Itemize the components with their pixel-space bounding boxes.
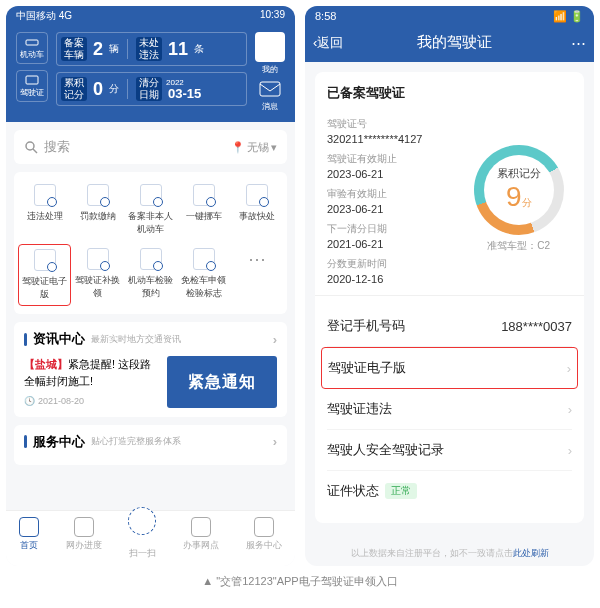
id-icon	[34, 249, 56, 271]
news-banner: 紧急通知	[167, 356, 277, 408]
status-time: 8:58	[315, 10, 336, 23]
right-phone: 8:58 📶 🔋 ‹ 返回 我的驾驶证 ⋯ 已备案驾驶证 驾驶证号 320211…	[305, 6, 594, 566]
mail-icon	[259, 81, 281, 99]
vehicle-class: 准驾车型：C2	[487, 239, 550, 253]
stat-plates[interactable]: 备案车辆 2 辆 未处违法 11 条	[56, 32, 247, 66]
svc-elicense[interactable]: 驾驶证电子版	[18, 244, 71, 306]
stat-score[interactable]: 累积记分 0 分 清分日期 202203-15	[56, 72, 247, 106]
svc-inspect[interactable]: 机动车检验预约	[124, 244, 177, 306]
refresh-link[interactable]: 此处刷新	[513, 548, 549, 558]
status-time: 10:39	[260, 9, 285, 23]
tab-scan[interactable]: 扫一扫	[128, 517, 156, 560]
nav-license-label: 驾驶证	[20, 87, 44, 98]
nav-bar: ‹ 返回 我的驾驶证 ⋯	[305, 27, 594, 62]
calendar-icon	[140, 248, 162, 270]
status-bar: 8:58 📶 🔋	[305, 6, 594, 27]
tab-bar: 首页 网办进度 扫一扫 办事网点 服务中心	[6, 510, 295, 566]
svg-line-4	[33, 149, 37, 153]
menu-button[interactable]: ⋯	[566, 34, 586, 52]
svg-point-3	[26, 142, 34, 150]
footnote: 以上数据来自注册平台，如不一致请点击此处刷新	[305, 547, 594, 560]
messages-button[interactable]: 消息	[255, 81, 285, 112]
crash-icon	[246, 184, 268, 206]
carrier-text: 中国移动 4G	[16, 9, 72, 23]
left-phone: 中国移动 4G 10:39 机动车 驾驶证 备案车辆 2 辆	[6, 6, 295, 566]
svc-accident[interactable]: 事故快处	[230, 180, 283, 240]
receipt-icon	[87, 184, 109, 206]
tab-home[interactable]: 首页	[19, 517, 39, 560]
row-phone[interactable]: 登记手机号码 188****0037	[327, 306, 572, 347]
row-status: 证件状态 正常	[327, 471, 572, 511]
chevron-right-icon: ›	[273, 332, 277, 347]
image-caption: ▲ "交管12123"APP电子驾驶证申领入口	[0, 566, 600, 597]
svg-rect-1	[26, 76, 38, 84]
chevron-right-icon: ›	[568, 443, 572, 458]
avatar-icon	[255, 32, 285, 62]
license-card: 已备案驾驶证 驾驶证号 320211********4127 驾驶证有效期止 2…	[315, 72, 584, 523]
row-violation[interactable]: 驾驶证违法›	[327, 389, 572, 430]
tab-branches[interactable]: 办事网点	[183, 517, 219, 560]
news-header[interactable]: 资讯中心 最新实时地方交通资讯 ›	[24, 330, 277, 348]
doc-icon	[34, 184, 56, 206]
page-title: 我的驾驶证	[343, 33, 566, 52]
card-title: 已备案驾驶证	[327, 84, 572, 102]
chevron-right-icon: ›	[568, 402, 572, 417]
nav-vehicle-label: 机动车	[20, 49, 44, 60]
news-item[interactable]: 【盐城】紧急提醒! 这段路全幅封闭施工! 🕓2021-08-20 紧急通知	[24, 356, 277, 409]
nav-license[interactable]: 驾驶证	[16, 70, 48, 102]
svc-replace[interactable]: 驾驶证补换领	[71, 244, 124, 306]
home-icon	[19, 517, 39, 537]
tap-icon	[193, 184, 215, 206]
license-icon	[25, 75, 39, 85]
svg-rect-2	[260, 82, 280, 96]
location-picker[interactable]: 📍无锡 ▾	[231, 140, 277, 155]
swap-icon	[87, 248, 109, 270]
profile-button[interactable]: 我的	[255, 32, 285, 75]
search-placeholder: 搜索	[44, 138, 70, 156]
badge-icon	[193, 248, 215, 270]
row-elicense[interactable]: 驾驶证电子版›	[321, 347, 578, 389]
status-bar: 中国移动 4G 10:39	[6, 6, 295, 26]
news-section: 资讯中心 最新实时地方交通资讯 › 【盐城】紧急提醒! 这段路全幅封闭施工! 🕓…	[14, 322, 287, 417]
scan-icon	[128, 507, 156, 535]
service-icon	[254, 517, 274, 537]
status-badge: 正常	[385, 483, 417, 499]
back-button[interactable]: ‹ 返回	[313, 34, 343, 52]
services-grid: 违法处理 罚款缴纳 备案非本人机动车 一键挪车 事故快处 驾驶证电子版 驾驶证补…	[14, 172, 287, 314]
search-icon	[24, 140, 38, 154]
service-section[interactable]: 服务中心 贴心打造完整服务体系 ›	[14, 425, 287, 465]
phone-value: 188****0037	[501, 319, 572, 334]
car-icon	[25, 37, 39, 47]
header: 机动车 驾驶证 备案车辆 2 辆 未处违法 11 条 累积记	[6, 26, 295, 122]
news-date: 🕓2021-08-20	[24, 395, 159, 409]
svg-rect-0	[26, 40, 38, 45]
tab-progress[interactable]: 网办进度	[66, 517, 102, 560]
nav-vehicle[interactable]: 机动车	[16, 32, 48, 64]
svc-register[interactable]: 备案非本人机动车	[124, 180, 177, 240]
svc-movecar[interactable]: 一键挪车	[177, 180, 230, 240]
location-icon	[191, 517, 211, 537]
svc-fine[interactable]: 罚款缴纳	[71, 180, 124, 240]
chevron-right-icon: ›	[273, 434, 277, 449]
svc-violation[interactable]: 违法处理	[18, 180, 71, 240]
svc-sticker[interactable]: 免检车申领检验标志	[177, 244, 230, 306]
progress-icon	[74, 517, 94, 537]
svc-more[interactable]: ⋯	[230, 244, 283, 306]
license-info: 驾驶证号 320211********4127 驾驶证有效期止 2023-06-…	[327, 112, 465, 285]
row-record[interactable]: 驾驶人安全驾驶记录›	[327, 430, 572, 471]
search-bar[interactable]: 搜索 📍无锡 ▾	[14, 130, 287, 164]
tab-service[interactable]: 服务中心	[246, 517, 282, 560]
signal-icon: 📶 🔋	[553, 10, 584, 23]
chevron-right-icon: ›	[567, 361, 571, 376]
car-icon	[140, 184, 162, 206]
score-gauge: 累积记分 9分	[474, 145, 564, 235]
